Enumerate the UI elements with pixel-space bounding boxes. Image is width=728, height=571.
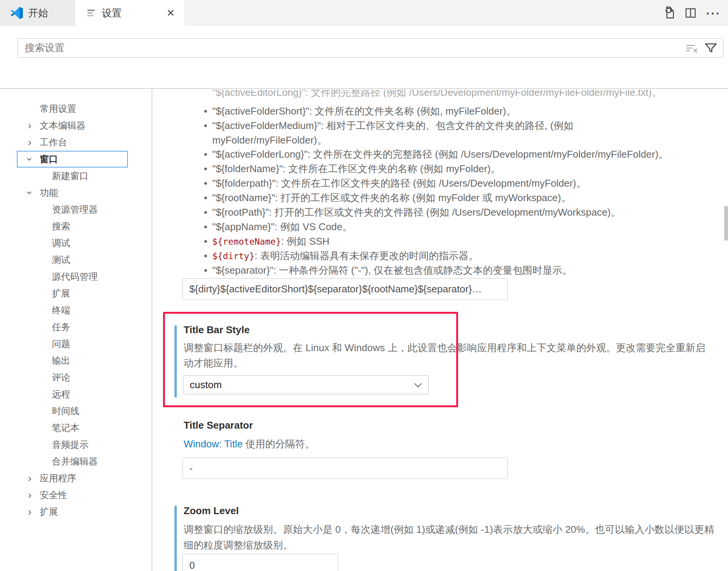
settings-toc: 常用设置 文本编辑器 工作台 窗口 新建窗口 功能 资源管理器 搜索 调试: [0, 89, 152, 571]
chevron-icon: [25, 218, 34, 235]
more-actions-icon[interactable]: ⋯: [706, 6, 720, 20]
editor-actions: ⋯: [662, 6, 720, 20]
title-bar-style-select[interactable]: custom: [183, 375, 429, 394]
settings-body: "${activeEditorLong}": 文件的完整路径 (例如 /User…: [152, 89, 728, 571]
toc-item[interactable]: 文本编辑器: [0, 117, 152, 134]
toc-item[interactable]: 搜索: [0, 218, 152, 235]
toc-item[interactable]: 新建窗口: [0, 168, 152, 184]
toc-item[interactable]: 资源管理器: [0, 201, 152, 218]
variable-item: "${activeFolderShort}": 文件所在的文件夹名称 (例如, …: [203, 104, 680, 119]
variable-item: "${folderpath}": 文件所在工作区文件夹的路径 (例如 /User…: [203, 176, 680, 191]
toc-item[interactable]: 合并编辑器: [0, 453, 152, 470]
split-editor-icon[interactable]: [684, 6, 697, 20]
variable-item: ${dirty}: 表明活动编辑器具有未保存更改的时间的指示器。: [203, 249, 680, 263]
toc-item[interactable]: 任务: [0, 319, 152, 336]
toc-item[interactable]: 安全性: [0, 487, 152, 503]
search-input[interactable]: [18, 42, 685, 54]
title-separator-input[interactable]: -: [182, 458, 508, 479]
toc-item[interactable]: 应用程序: [0, 470, 152, 487]
toc-item[interactable]: 远程: [0, 386, 152, 403]
chevron-icon: [25, 235, 34, 252]
settings-list-icon: [86, 8, 97, 18]
chevron-icon: [25, 268, 34, 285]
chevron-icon: [25, 403, 34, 419]
variable-item: "${appName}": 例如 VS Code。: [203, 220, 680, 234]
chevron-icon: [25, 470, 34, 487]
zoom-level-heading: Zoom Level: [184, 505, 239, 517]
toc-item[interactable]: 窗口: [0, 151, 152, 168]
chevron-down-icon: [414, 380, 422, 387]
chevron-icon: [25, 134, 34, 151]
chevron-icon: [25, 419, 34, 436]
toc-item[interactable]: 音频提示: [0, 436, 152, 453]
title-bar-style-description: 调整窗口标题栏的外观。在 Linux 和 Windows 上，此设置也会影响应用…: [184, 340, 711, 371]
variable-item: "${separator}": 一种条件分隔符 ("-"), 仅在被包含值或静态…: [203, 263, 680, 278]
chevron-icon: [25, 302, 34, 319]
filter-icon[interactable]: [704, 41, 718, 55]
variable-item: "${activeFolderMedium}": 相对于工作区文件夹的、包含文件…: [203, 119, 680, 147]
chevron-icon: [25, 252, 34, 268]
chevron-icon: [25, 100, 34, 117]
chevron-icon: [25, 117, 34, 134]
modified-indicator-bar: [174, 506, 177, 571]
toc-item[interactable]: 测试: [0, 252, 152, 268]
chevron-icon: [25, 201, 34, 218]
toc-item[interactable]: 扩展: [0, 503, 152, 520]
tab-start-label: 开始: [28, 6, 48, 20]
chevron-icon: [25, 319, 34, 336]
tab-settings-label: 设置: [102, 6, 122, 20]
clear-search-filters-icon[interactable]: [685, 41, 699, 55]
chevron-icon: [25, 184, 34, 201]
toc-item[interactable]: 功能: [0, 184, 152, 201]
chevron-icon: [25, 352, 34, 369]
modified-indicator-bar: [174, 326, 177, 397]
variable-item: ${remoteName}: 例如 SSH: [203, 234, 680, 249]
clipped-scrolled-text: "${activeEditorLong}": 文件的完整路径 (例如 /User…: [212, 90, 728, 103]
tab-settings[interactable]: 设置 ✕: [75, 0, 184, 26]
tab-start[interactable]: 开始: [0, 0, 75, 26]
chevron-icon: [25, 386, 34, 403]
vscode-logo-icon: [10, 6, 24, 20]
toc-item[interactable]: 问题: [0, 336, 152, 352]
title-separator-description: Window: Title 使用的分隔符。: [184, 436, 711, 452]
editor-tab-bar: 开始 设置 ✕ ⋯: [0, 0, 728, 26]
toc-item[interactable]: 评论: [0, 369, 152, 386]
variable-item: "${activeFolderLong}": 文件所在文件夹的完整路径 (例如 …: [203, 147, 680, 162]
chevron-icon: [25, 151, 34, 168]
toc-item[interactable]: 时间线: [0, 403, 152, 419]
chevron-icon: [25, 503, 34, 520]
settings-header: 用户 工作区 文件夹 打开设置同步: [0, 26, 728, 89]
variable-item: "${rootName}": 打开的工作区或文件夹的名称 (例如 myFolde…: [203, 191, 680, 205]
zoom-level-input[interactable]: 0: [182, 554, 338, 571]
toc-item[interactable]: 常用设置: [0, 100, 152, 117]
window-title-input[interactable]: ${dirty}${activeEditorShort}${separator}…: [182, 278, 508, 300]
variable-item: "${folderName}": 文件所在工作区文件夹的名称 (例如 myFol…: [203, 162, 680, 176]
toc-item[interactable]: 笔记本: [0, 419, 152, 436]
window-title-link[interactable]: Window: Title: [184, 438, 243, 450]
scrollbar-thumb[interactable]: [724, 206, 728, 240]
close-tab-icon[interactable]: ✕: [166, 0, 175, 26]
title-separator-heading: Title Separator: [184, 419, 253, 431]
chevron-icon: [25, 369, 34, 386]
chevron-icon: [25, 436, 34, 453]
toc-item[interactable]: 源代码管理: [0, 268, 152, 285]
title-bar-style-heading: Title Bar Style: [184, 324, 250, 336]
chevron-icon: [25, 453, 34, 470]
open-settings-json-icon[interactable]: [662, 6, 675, 20]
toc-item[interactable]: 工作台: [0, 134, 152, 151]
zoom-level-description: 调整窗口的缩放级别。原始大小是 0，每次递增(例如 1)或递减(例如 -1)表示…: [184, 522, 717, 553]
toc-item[interactable]: 扩展: [0, 285, 152, 302]
toc-item[interactable]: 终端: [0, 302, 152, 319]
chevron-icon: [25, 285, 34, 302]
variable-item: "${rootPath}": 打开的工作区或文件夹的文件路径 (例如 /User…: [203, 205, 680, 220]
chevron-icon: [25, 168, 34, 184]
chevron-icon: [25, 487, 34, 503]
toc-item[interactable]: 输出: [0, 352, 152, 369]
window-title-variables-list: "${activeFolderShort}": 文件所在的文件夹名称 (例如, …: [203, 104, 680, 278]
chevron-icon: [25, 336, 34, 352]
toc-item[interactable]: 调试: [0, 235, 152, 252]
settings-search: [18, 38, 723, 58]
